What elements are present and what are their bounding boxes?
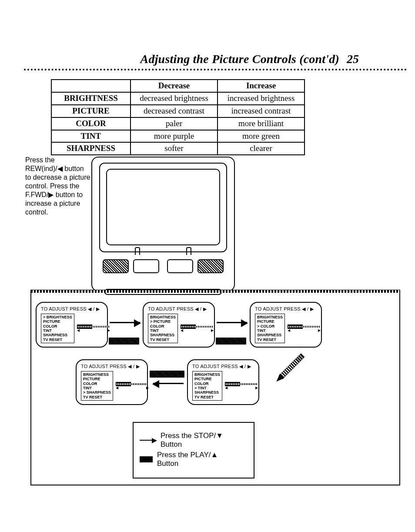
osd-menu: BRIGHTNESS PICTURE COLOR TINT SHARPNESS … [255, 314, 285, 343]
flow-bar-icon [109, 338, 139, 345]
flow-arrow-icon [217, 322, 247, 323]
control-panel-icon [133, 259, 159, 273]
rewind-left-icon: ◀ [57, 165, 63, 172]
row-increase: more brilliant [218, 117, 305, 130]
osd-menu: BRIGHTNESS PICTURE COLOR TINT SHARPNESS … [41, 314, 74, 343]
slider-right-icon: ▶ [211, 329, 214, 332]
osd-menu: BRIGHTNESS PICTURE COLOR TINT SHARPNESS … [81, 371, 113, 401]
table-header-decrease: Decrease [131, 80, 218, 92]
flow-bar-icon [150, 371, 184, 378]
slider-left-icon: ◀ [288, 329, 290, 332]
table-row: BRIGHTNESS decreased brightness increase… [51, 92, 305, 105]
row-decrease: decreased contrast [131, 105, 218, 117]
row-decrease: softer [131, 142, 218, 155]
slider-right-icon: ▶ [107, 329, 110, 332]
instr-line: button to [54, 191, 83, 198]
table-row: PICTURE decreased contrast increased con… [51, 105, 305, 117]
header-rule [24, 69, 407, 70]
legend-arrow-icon [140, 440, 156, 441]
row-name: BRIGHTNESS [51, 92, 131, 105]
speaker-grille-icon [103, 259, 129, 273]
legend-text: Press the STOP/ [161, 432, 216, 440]
legend-text: Button [157, 459, 178, 468]
page-header: Adjusting the Picture Controls (cont'd) … [24, 52, 407, 70]
row-decrease: more purple [131, 130, 218, 143]
instr-line: control. [25, 208, 48, 216]
slider-right-icon: ▶ [255, 386, 258, 390]
slider-left-icon: ◀ [225, 386, 228, 390]
instruction-text: Press the REW(ind)/◀ button to decrease … [25, 156, 95, 217]
osd-slider: ◀▶ [181, 325, 214, 332]
legend-row-stop: Press the STOP/▼ Button [140, 432, 248, 449]
instr-line: to decrease a picture [25, 174, 90, 181]
page-number: 25 [347, 52, 359, 66]
row-increase: increased contrast [218, 105, 305, 117]
speaker-grille-icon [197, 259, 224, 273]
flow-arrow-icon [153, 383, 184, 384]
stop-down-icon: ▼ [216, 432, 223, 440]
osd-panel-brightness: TO ADJUST PRESS ◀ / ▶ BRIGHTNESS PICTURE… [36, 302, 108, 348]
table-header-increase: Increase [218, 80, 305, 92]
control-panel-icon [167, 259, 193, 273]
picture-controls-table: Decrease Increase BRIGHTNESS decreased b… [51, 79, 305, 155]
slider-left-icon: ◀ [116, 386, 118, 390]
osd-slider: ◀▶ [288, 325, 321, 332]
ffwd-right-icon: ▶ [48, 191, 54, 198]
instr-line: increase a picture [25, 200, 80, 207]
row-decrease: paler [131, 117, 218, 130]
legend-text: Press the PLAY/ [157, 451, 211, 459]
page: Adjusting the Picture Controls (cont'd) … [24, 52, 407, 155]
osd-header: TO ADJUST PRESS ◀ / ▶ [148, 306, 210, 312]
row-increase: increased brightness [218, 92, 305, 105]
instr-line: Press the [25, 156, 55, 164]
osd-menu: BRIGHTNESS PICTURE COLOR TINT SHARPNESS … [192, 371, 222, 401]
osd-slider: ◀▶ [225, 382, 258, 390]
instr-line: control. Press the [25, 182, 80, 190]
flow-bar-icon [216, 338, 246, 345]
table-row: COLOR paler more brilliant [51, 117, 305, 130]
instr-line: button [63, 165, 84, 172]
table-header-blank [51, 80, 131, 92]
row-increase: more green [218, 130, 305, 143]
tv-illustration [91, 157, 235, 291]
osd-menu: BRIGHTNESS PICTURE COLOR TINT SHARPNESS … [148, 314, 178, 343]
osd-panel-tint: TO ADJUST PRESS ◀ / ▶ BRIGHTNESS PICTURE… [187, 359, 259, 405]
row-name: COLOR [51, 117, 131, 130]
legend-row-play: Press the PLAY/▲ Button [140, 451, 248, 468]
instr-line: F.FWD/ [25, 191, 48, 198]
page-title: Adjusting the Picture Controls (cont'd) [141, 52, 339, 66]
row-decrease: decreased brightness [131, 92, 218, 105]
osd-slider: ◀▶ [116, 382, 149, 390]
flow-arrow-icon [110, 322, 140, 323]
osd-panel-color: TO ADJUST PRESS ◀ / ▶ BRIGHTNESS PICTURE… [250, 302, 322, 348]
table-row: TINT more purple more green [51, 130, 305, 143]
slider-left-icon: ◀ [77, 329, 80, 332]
osd-header: TO ADJUST PRESS ◀ / ▶ [192, 364, 254, 369]
table-header-row: Decrease Increase [51, 80, 305, 92]
play-up-icon: ▲ [211, 451, 218, 459]
osd-slider: ◀▶ [77, 325, 110, 332]
osd-panel-picture: TO ADJUST PRESS ◀ / ▶ BRIGHTNESS PICTURE… [143, 302, 215, 348]
osd-header: TO ADJUST PRESS ◀ / ▶ [81, 364, 143, 369]
slider-left-icon: ◀ [181, 329, 183, 332]
row-increase: clearer [218, 142, 305, 155]
row-name: PICTURE [51, 105, 131, 117]
osd-header: TO ADJUST PRESS ◀ / ▶ [41, 306, 103, 312]
slider-right-icon: ▶ [146, 386, 149, 390]
legend-swatch-icon [140, 456, 153, 462]
button-legend: Press the STOP/▼ Button Press the PLAY/▲… [133, 422, 254, 478]
osd-header: TO ADJUST PRESS ◀ / ▶ [255, 306, 317, 312]
row-name: TINT [51, 130, 131, 143]
table-row: SHARPNESS softer clearer [51, 142, 305, 155]
osd-panel-sharpness: TO ADJUST PRESS ◀ / ▶ BRIGHTNESS PICTURE… [76, 359, 148, 405]
row-name: SHARPNESS [51, 142, 131, 155]
legend-text: Button [161, 440, 182, 448]
instr-line: REW(ind)/ [25, 165, 57, 172]
slider-right-icon: ▶ [318, 329, 321, 332]
